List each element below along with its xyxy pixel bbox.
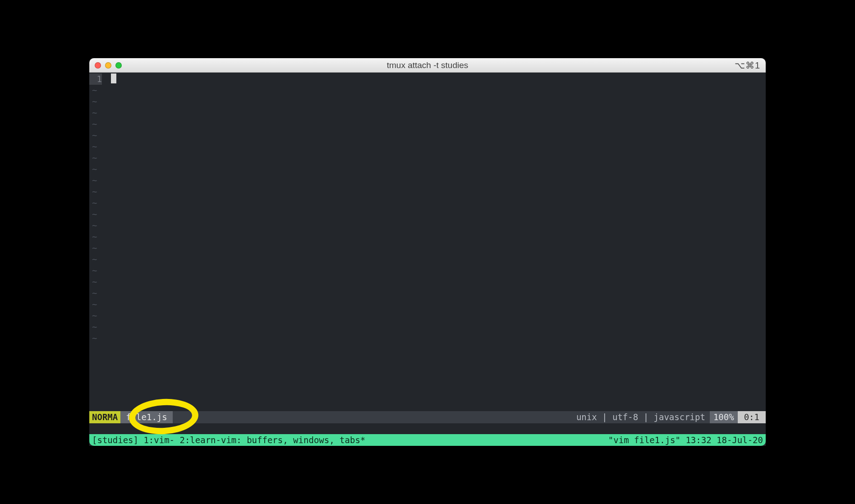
- window-titlebar: tmux attach -t studies ⌥⌘1: [89, 58, 766, 73]
- line-number: 1: [89, 73, 102, 85]
- empty-line-tilde: ~: [92, 299, 97, 310]
- empty-line-tilde: ~: [92, 321, 97, 333]
- empty-line-tilde: ~: [92, 107, 97, 119]
- tmux-clock: "vim file1.js" 13:32 18-Jul-20: [608, 435, 766, 446]
- empty-line-tilde: ~: [92, 276, 97, 288]
- empty-line-tilde: ~: [92, 186, 97, 197]
- scroll-percent: 100%: [710, 411, 738, 423]
- empty-line-tilde: ~: [92, 310, 97, 321]
- tmux-statusbar: [studies] 1:vim- 2:learn-vim: buffers, w…: [89, 434, 766, 446]
- text-cursor: [111, 73, 116, 83]
- empty-line-tilde: ~: [92, 141, 97, 152]
- tmux-windows[interactable]: [studies] 1:vim- 2:learn-vim: buffers, w…: [89, 435, 365, 446]
- window-title: tmux attach -t studies: [89, 60, 766, 70]
- empty-line-tilde: ~: [92, 288, 97, 299]
- empty-line-tilde: ~: [92, 254, 97, 265]
- empty-line-tilde: ~: [92, 231, 97, 243]
- empty-line-tilde: ~: [92, 209, 97, 220]
- cursor-position: 0:1: [738, 411, 766, 423]
- filename-segment: file1.js: [120, 411, 173, 423]
- empty-line-tilde: ~: [92, 197, 97, 209]
- empty-line-tilde: ~: [92, 333, 97, 344]
- empty-line-tilde: ~: [92, 175, 97, 186]
- empty-line-tilde: ~: [92, 119, 97, 130]
- empty-line-tilde: ~: [92, 265, 97, 276]
- empty-line-tildes: ~~~~~~~~~~~~~~~~~~~~~~~: [92, 85, 97, 344]
- terminal-window: tmux attach -t studies ⌥⌘1 1 ~~~~~~~~~~~…: [89, 58, 766, 446]
- empty-line-tilde: ~: [92, 152, 97, 164]
- vim-statusline: NORMA file1.js unix | utf-8 | javascript…: [89, 411, 766, 423]
- empty-line-tilde: ~: [92, 243, 97, 254]
- vim-cmdline[interactable]: [89, 423, 766, 435]
- file-info: unix | utf-8 | javascript: [576, 412, 707, 423]
- empty-line-tilde: ~: [92, 130, 97, 141]
- empty-line-tilde: ~: [92, 220, 97, 231]
- empty-line-tilde: ~: [92, 96, 97, 107]
- editor-area[interactable]: 1 ~~~~~~~~~~~~~~~~~~~~~~~ NORMA file1.js…: [89, 73, 766, 446]
- mode-indicator: NORMA: [89, 411, 120, 423]
- empty-line-tilde: ~: [92, 164, 97, 175]
- empty-line-tilde: ~: [92, 85, 97, 96]
